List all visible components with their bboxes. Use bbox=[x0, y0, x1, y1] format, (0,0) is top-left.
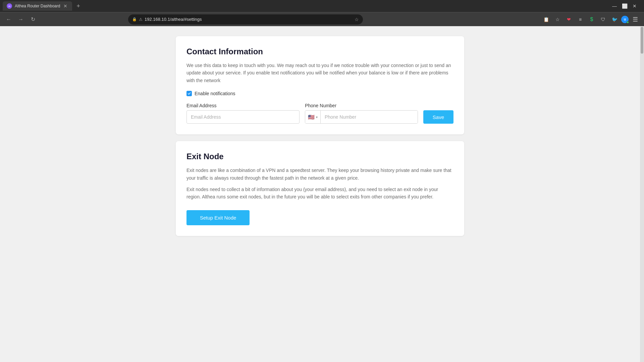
phone-input[interactable] bbox=[321, 111, 418, 123]
tab-title: Althea Router Dashboard bbox=[15, 4, 60, 8]
bookmark-star-icon[interactable]: ☆ bbox=[553, 15, 562, 24]
phone-label: Phone Number bbox=[305, 103, 418, 108]
save-button[interactable]: Save bbox=[423, 110, 453, 124]
enable-notifications-row[interactable]: Enable notifications bbox=[186, 91, 453, 96]
contact-information-card: Contact Information We use this data to … bbox=[176, 36, 464, 134]
enable-notifications-checkbox[interactable] bbox=[186, 91, 192, 96]
online-indicator bbox=[627, 21, 629, 23]
url-display: 192.168.10.1/althea/#settings bbox=[145, 17, 202, 22]
phone-form-group: Phone Number 🇺🇸 ▾ bbox=[305, 103, 418, 124]
dropdown-caret-icon: ▾ bbox=[316, 115, 318, 119]
main-container: Contact Information We use this data to … bbox=[169, 36, 471, 236]
readinglist-icon[interactable]: ≡ bbox=[576, 15, 585, 24]
contact-form-row: Email Address Phone Number 🇺🇸 ▾ Save bbox=[186, 103, 453, 124]
browser-toolbar-icons: 📋 ☆ ❤ ≡ $ 🛡 🐦 u ☰ bbox=[541, 15, 640, 24]
phone-input-group: 🇺🇸 ▾ bbox=[305, 110, 418, 124]
close-button[interactable]: ✕ bbox=[631, 2, 639, 10]
menu-button[interactable]: ☰ bbox=[631, 15, 640, 24]
exit-node-description: Exit nodes are like a combination of a V… bbox=[186, 167, 453, 201]
email-form-group: Email Address bbox=[186, 103, 300, 124]
tab-favicon: ∞ bbox=[7, 3, 12, 9]
tab-bar: ∞ Althea Router Dashboard ✕ + — ⬜ ✕ bbox=[0, 0, 644, 12]
contact-card-description: We use this data to keep in touch with y… bbox=[186, 62, 453, 84]
exit-node-card: Exit Node Exit nodes are like a combinat… bbox=[176, 141, 464, 236]
active-tab[interactable]: ∞ Althea Router Dashboard ✕ bbox=[3, 1, 72, 11]
shield-icon: ⚠ bbox=[139, 17, 143, 22]
dollar-icon[interactable]: $ bbox=[587, 15, 596, 24]
forward-button[interactable]: → bbox=[16, 15, 25, 24]
exit-node-desc1: Exit nodes are like a combination of a V… bbox=[186, 167, 453, 182]
refresh-button[interactable]: ↻ bbox=[28, 15, 38, 24]
page-content: Contact Information We use this data to … bbox=[0, 26, 640, 362]
bookmark-icon[interactable]: ☆ bbox=[355, 17, 359, 22]
phone-country-selector[interactable]: 🇺🇸 ▾ bbox=[305, 111, 321, 123]
back-button[interactable]: ← bbox=[4, 15, 13, 24]
nav-bar: ← → ↻ 🔒 ⚠ 192.168.10.1/althea/#settings … bbox=[0, 12, 644, 26]
reader-view-icon[interactable]: 📋 bbox=[541, 15, 551, 24]
email-input[interactable] bbox=[186, 110, 300, 124]
flag-icon: 🇺🇸 bbox=[308, 114, 315, 120]
bird-icon[interactable]: 🐦 bbox=[610, 15, 619, 24]
new-tab-button[interactable]: + bbox=[73, 1, 83, 11]
scrollbar-thumb[interactable] bbox=[641, 27, 643, 54]
exit-node-title: Exit Node bbox=[186, 152, 453, 161]
contact-card-title: Contact Information bbox=[186, 47, 453, 56]
browser-toolbar-right: — ⬜ ✕ bbox=[610, 2, 641, 10]
pocket-icon[interactable]: ❤ bbox=[564, 15, 574, 24]
minimize-button[interactable]: — bbox=[610, 2, 619, 10]
enable-notifications-label[interactable]: Enable notifications bbox=[195, 91, 235, 96]
email-label: Email Address bbox=[186, 103, 300, 108]
security-icon: 🔒 bbox=[132, 17, 137, 21]
scrollbar[interactable] bbox=[640, 26, 644, 362]
setup-exit-node-button[interactable]: Setup Exit Node bbox=[186, 210, 250, 225]
checkmark-icon bbox=[187, 92, 191, 95]
maximize-button[interactable]: ⬜ bbox=[621, 2, 629, 10]
address-bar[interactable]: 🔒 ⚠ 192.168.10.1/althea/#settings ☆ bbox=[128, 14, 363, 24]
browser-chrome: ∞ Althea Router Dashboard ✕ + — ⬜ ✕ ← → … bbox=[0, 0, 644, 26]
extension-icon[interactable]: 🛡 bbox=[598, 15, 608, 24]
profile-button[interactable]: u bbox=[621, 16, 629, 23]
exit-node-desc2: Exit nodes need to collect a bit of info… bbox=[186, 186, 453, 201]
tab-close-button[interactable]: ✕ bbox=[63, 3, 68, 9]
